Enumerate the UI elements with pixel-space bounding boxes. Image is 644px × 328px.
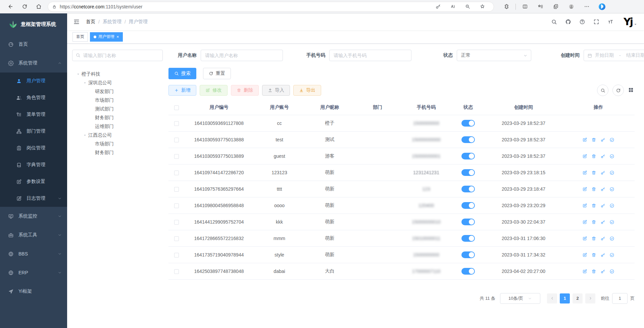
row-checkbox[interactable] bbox=[174, 121, 179, 126]
toggle-search-icon[interactable] bbox=[597, 85, 608, 96]
github-icon[interactable] bbox=[565, 19, 571, 25]
phone-input[interactable] bbox=[329, 50, 411, 61]
sidebar-item-role[interactable]: 角色管理 bbox=[0, 89, 67, 106]
sidebar-item-monitor[interactable]: 系统监控 bbox=[0, 207, 67, 226]
sidebar-item-yi[interactable]: Yi框架 bbox=[0, 282, 67, 301]
tree-node[interactable]: 财务部门 bbox=[72, 113, 163, 122]
check-circle-icon[interactable] bbox=[609, 252, 614, 257]
edit-icon[interactable] bbox=[582, 170, 587, 175]
status-toggle[interactable] bbox=[461, 153, 475, 159]
caret-down-icon[interactable] bbox=[82, 80, 88, 86]
more-icon[interactable] bbox=[582, 2, 592, 12]
status-toggle[interactable] bbox=[461, 235, 475, 242]
check-circle-icon[interactable] bbox=[609, 269, 614, 274]
username-input[interactable] bbox=[201, 50, 283, 61]
trash-icon[interactable] bbox=[591, 252, 596, 257]
status-toggle[interactable] bbox=[461, 186, 475, 192]
trash-icon[interactable] bbox=[591, 203, 596, 208]
import-button[interactable]: 导入 bbox=[262, 85, 290, 96]
check-circle-icon[interactable] bbox=[609, 137, 614, 142]
browser-refresh-button[interactable] bbox=[19, 2, 30, 12]
key-icon[interactable] bbox=[600, 203, 605, 208]
status-select[interactable]: 正常 bbox=[457, 50, 531, 61]
page-button-1[interactable]: 1 bbox=[560, 293, 570, 303]
status-toggle[interactable] bbox=[461, 268, 475, 275]
edit-button[interactable]: 修改 bbox=[200, 85, 228, 96]
browser-profile-avatar[interactable] bbox=[566, 2, 576, 12]
password-key-icon[interactable] bbox=[433, 2, 443, 12]
export-button[interactable]: 导出 bbox=[293, 85, 321, 96]
reset-button[interactable]: 重置 bbox=[203, 68, 231, 79]
status-toggle[interactable] bbox=[461, 120, 475, 127]
row-checkbox[interactable] bbox=[174, 236, 179, 241]
check-circle-icon[interactable] bbox=[609, 187, 614, 192]
key-icon[interactable] bbox=[600, 252, 605, 257]
key-icon[interactable] bbox=[600, 170, 605, 175]
trash-icon[interactable] bbox=[591, 187, 596, 192]
tree-node[interactable]: 研发部门 bbox=[72, 87, 163, 96]
status-toggle[interactable] bbox=[461, 202, 475, 209]
tree-node[interactable]: 市场部门 bbox=[72, 96, 163, 105]
sidebar-item-erp[interactable]: ERP bbox=[0, 263, 67, 282]
help-icon[interactable] bbox=[579, 19, 585, 25]
sidebar-item-user[interactable]: 用户管理 bbox=[0, 73, 67, 89]
header-search-icon[interactable] bbox=[551, 19, 557, 25]
page-size-select[interactable]: 10条/页 bbox=[500, 293, 540, 304]
sidebar-item-param[interactable]: 参数设置 bbox=[0, 173, 67, 190]
tab-home[interactable]: 首页 bbox=[72, 32, 88, 42]
check-circle-icon[interactable] bbox=[609, 220, 614, 225]
dept-search-input[interactable] bbox=[72, 50, 163, 61]
edit-icon[interactable] bbox=[582, 252, 587, 257]
add-button[interactable]: 新增 bbox=[168, 85, 196, 96]
sidebar-fold-button[interactable] bbox=[70, 15, 83, 29]
status-toggle[interactable] bbox=[461, 169, 475, 176]
sidebar-item-dict[interactable]: 字典管理 bbox=[0, 156, 67, 173]
date-range-picker[interactable]: 开始日期 - 结束日期 bbox=[584, 50, 644, 61]
tree-node[interactable]: 测试部门 bbox=[72, 105, 163, 113]
key-icon[interactable] bbox=[600, 154, 605, 159]
check-circle-icon[interactable] bbox=[609, 236, 614, 241]
check-circle-icon[interactable] bbox=[609, 170, 614, 175]
refresh-table-icon[interactable] bbox=[612, 85, 624, 96]
tree-node[interactable]: 深圳总公司 bbox=[72, 79, 163, 87]
copilot-icon[interactable] bbox=[597, 2, 607, 12]
read-aloud-icon[interactable] bbox=[448, 2, 458, 12]
row-checkbox[interactable] bbox=[174, 269, 179, 274]
url-bar[interactable]: https://ccnetcore.com:1101/system/user bbox=[48, 2, 494, 12]
tree-node[interactable]: 运维部门 bbox=[72, 122, 163, 131]
browser-back-button[interactable] bbox=[5, 2, 15, 12]
tab-user-management[interactable]: 用户管理 × bbox=[90, 32, 123, 42]
tab-close-icon[interactable]: × bbox=[116, 35, 119, 39]
row-checkbox[interactable] bbox=[174, 220, 179, 225]
breadcrumb-system[interactable]: 系统管理 bbox=[103, 19, 121, 25]
caret-down-icon[interactable] bbox=[76, 72, 81, 77]
sidebar-item-tools[interactable]: 系统工具 bbox=[0, 226, 67, 244]
trash-icon[interactable] bbox=[591, 220, 596, 225]
edit-icon[interactable] bbox=[582, 236, 587, 241]
row-checkbox[interactable] bbox=[174, 253, 179, 257]
user-avatar-menu[interactable]: Yj bbox=[624, 17, 637, 27]
key-icon[interactable] bbox=[600, 236, 605, 241]
trash-icon[interactable] bbox=[591, 236, 596, 241]
split-screen-icon[interactable] bbox=[520, 2, 530, 12]
sidebar-item-post[interactable]: 岗位管理 bbox=[0, 140, 67, 156]
sidebar-item-home[interactable]: 首页 bbox=[0, 35, 67, 54]
key-icon[interactable] bbox=[600, 137, 605, 142]
status-toggle[interactable] bbox=[461, 136, 475, 143]
favorites-icon[interactable] bbox=[535, 2, 545, 12]
edit-icon[interactable] bbox=[582, 154, 587, 159]
sidebar-item-system[interactable]: 系统管理 bbox=[0, 54, 67, 73]
delete-button[interactable]: 删除 bbox=[231, 85, 259, 96]
sidebar-item-bbs[interactable]: BBS bbox=[0, 244, 67, 263]
tree-node[interactable]: 市场部门 bbox=[72, 140, 163, 148]
tree-node[interactable]: 橙子科技 bbox=[72, 70, 163, 79]
goto-page-input[interactable] bbox=[612, 293, 628, 304]
row-checkbox[interactable] bbox=[174, 138, 179, 142]
trash-icon[interactable] bbox=[591, 154, 596, 159]
tree-node[interactable]: 财务部门 bbox=[72, 148, 163, 157]
column-settings-icon[interactable] bbox=[628, 87, 635, 94]
extensions-icon[interactable] bbox=[501, 2, 511, 12]
fullscreen-icon[interactable] bbox=[593, 19, 599, 25]
browser-home-button[interactable] bbox=[34, 2, 44, 12]
page-button-2[interactable]: 2 bbox=[573, 293, 583, 303]
